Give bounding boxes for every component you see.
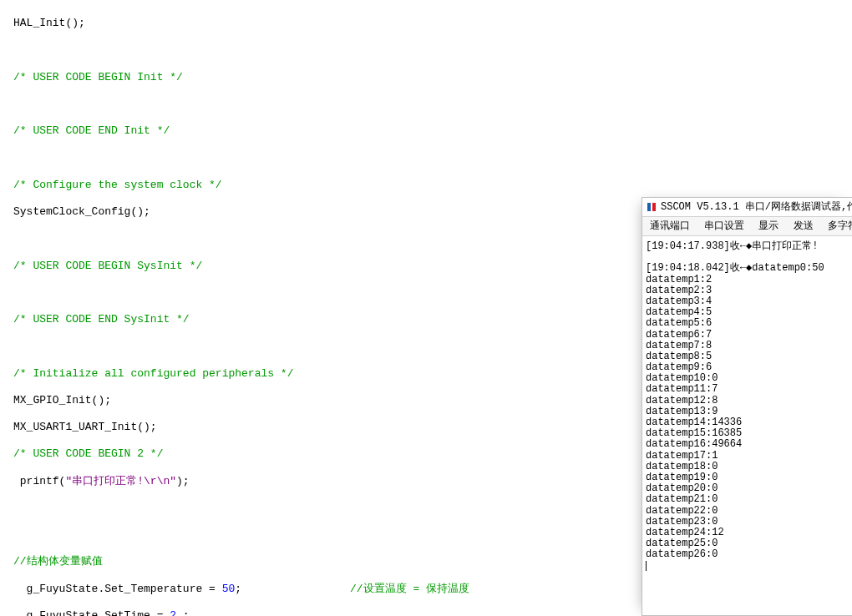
code-line (13, 232, 635, 245)
viewport: { "code": { "l1":"HAL_Init();", "l2":"",… (0, 0, 852, 616)
code-line: /* USER CODE END Init */ (13, 124, 635, 138)
code-line: //结构体变量赋值 (13, 555, 635, 568)
code-line (13, 44, 635, 58)
code-editor[interactable]: HAL_Init(); /* USER CODE BEGIN Init */ /… (0, 0, 635, 616)
svg-rect-1 (652, 203, 656, 211)
app-icon (646, 201, 657, 213)
code-line: /* USER CODE BEGIN Init */ (13, 71, 635, 84)
text-cursor-icon (646, 561, 647, 571)
code-line: /* USER CODE BEGIN SysInit */ (13, 260, 635, 273)
code-line: /* USER CODE BEGIN 2 */ (13, 447, 635, 461)
code-line (13, 152, 635, 165)
menu-send[interactable]: 发送 (789, 217, 818, 235)
code-line (13, 286, 635, 300)
code-line (13, 98, 635, 111)
sscom-log-text: [19:04:17.938]收←◆串口打印正常! [19:04:18.042]收… (646, 240, 824, 560)
menu-multi-string[interactable]: 多字符串 (824, 217, 852, 235)
sscom-title-text: SSCOM V5.13.1 串口/网络数据调试器,作者 (661, 198, 852, 216)
sscom-titlebar[interactable]: SSCOM V5.13.1 串口/网络数据调试器,作者 (642, 198, 852, 217)
code-line: printf("串口打印正常!\r\n"); (13, 475, 635, 488)
code-line: /* USER CODE END SysInit */ (13, 313, 635, 326)
sscom-window[interactable]: SSCOM V5.13.1 串口/网络数据调试器,作者 通讯端口 串口设置 显示… (642, 197, 852, 616)
menu-port[interactable]: 通讯端口 (646, 217, 694, 235)
code-line (13, 340, 635, 353)
menu-serial-settings[interactable]: 串口设置 (700, 217, 748, 235)
code-line (13, 502, 635, 515)
code-line: MX_USART1_UART_Init(); (13, 421, 635, 434)
svg-rect-0 (647, 203, 651, 211)
code-line: HAL_Init(); (13, 17, 635, 30)
code-line: g_FuyuState.Set_Temperature = 50;//设置温度 … (13, 583, 635, 596)
menu-display[interactable]: 显示 (754, 217, 783, 235)
code-line: MX_GPIO_Init(); (13, 394, 635, 407)
code-line: /* Configure the system clock */ (13, 179, 635, 192)
code-line (13, 528, 635, 542)
sscom-menubar[interactable]: 通讯端口 串口设置 显示 发送 多字符串 (642, 217, 852, 236)
code-line: SystemClock_Config(); (13, 205, 635, 219)
code-line: g_FuyuState.SetTime = 2 ; (13, 609, 635, 616)
sscom-log[interactable]: [19:04:17.938]收←◆串口打印正常! [19:04:18.042]收… (642, 236, 852, 575)
code-line: /* Initialize all configured peripherals… (13, 367, 635, 381)
